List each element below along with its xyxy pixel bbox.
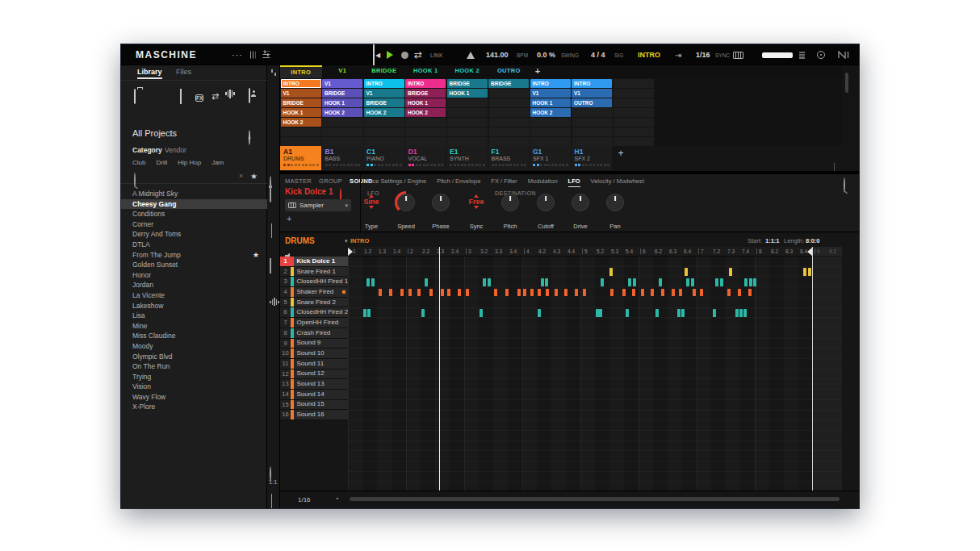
plugin-tab[interactable]: LFO: [568, 177, 580, 187]
master-level-meter[interactable]: [762, 44, 793, 65]
tab-library[interactable]: Library: [137, 68, 162, 79]
plugin-strip-button[interactable]: [270, 188, 271, 202]
sound-row[interactable]: 12Sound 12: [280, 369, 348, 380]
section-tab-intro[interactable]: INTRO: [280, 65, 322, 78]
metronome-button[interactable]: [467, 44, 475, 65]
keyboard-view-button[interactable]: [270, 259, 271, 273]
add-plugin-button[interactable]: +: [287, 214, 291, 223]
note-event[interactable]: [609, 268, 613, 276]
note-event[interactable]: [523, 289, 526, 297]
param-sync[interactable]: FreeSync: [459, 191, 494, 230]
filter-projects-button[interactable]: [134, 90, 136, 104]
pattern-clip[interactable]: HOOK 1: [530, 98, 571, 107]
pattern-clip[interactable]: INTRO: [364, 79, 404, 88]
tab-files[interactable]: Files: [176, 68, 191, 76]
note-event[interactable]: [744, 278, 748, 286]
project-row[interactable]: Vision: [121, 382, 267, 392]
project-row[interactable]: Trying: [121, 372, 267, 382]
param-drive[interactable]: Drive: [563, 191, 598, 230]
keyboard-mode-button[interactable]: [733, 44, 743, 65]
group-header-b1[interactable]: B1BASS: [322, 146, 363, 170]
note-event[interactable]: [681, 309, 685, 317]
note-event[interactable]: [494, 289, 497, 297]
param-knob[interactable]: [432, 194, 450, 211]
sound-row[interactable]: 3ClosedHH Fired 1: [280, 277, 348, 287]
note-event[interactable]: [679, 289, 682, 297]
note-event[interactable]: [641, 289, 644, 297]
tag-filter[interactable]: Jam: [211, 159, 224, 166]
section-tab-bridge[interactable]: BRIDGE: [363, 65, 405, 78]
note-event[interactable]: [672, 289, 675, 297]
note-event[interactable]: [575, 289, 578, 297]
note-event[interactable]: [483, 278, 486, 286]
tab-group[interactable]: GROUP: [319, 177, 342, 185]
note-event[interactable]: [713, 309, 716, 317]
param-speed[interactable]: Speed: [388, 191, 424, 230]
project-row[interactable]: Lisa: [121, 311, 267, 321]
tab-master[interactable]: MASTER: [285, 177, 312, 185]
sample-editor-button[interactable]: [270, 298, 279, 306]
pattern-clip[interactable]: BRIDGE: [447, 79, 488, 88]
arranger-scrollbar[interactable]: [845, 73, 848, 93]
length-value[interactable]: 8:0:0: [806, 237, 820, 244]
pattern-clip[interactable]: V1: [530, 89, 571, 98]
favorite-star-icon[interactable]: ★: [253, 250, 259, 261]
current-section-display[interactable]: INTRO: [638, 44, 660, 65]
note-event[interactable]: [693, 289, 696, 297]
record-button[interactable]: [401, 44, 408, 65]
pattern-clip[interactable]: HOOK 1: [405, 98, 446, 107]
sound-row[interactable]: 16Sound 16: [280, 410, 348, 420]
group-chevron-icon[interactable]: ▾: [345, 238, 348, 244]
link-toggle[interactable]: LINK: [430, 44, 443, 65]
note-event[interactable]: [661, 289, 664, 297]
note-event[interactable]: [599, 309, 602, 317]
step-grid-value[interactable]: 1/16: [696, 44, 710, 65]
note-event[interactable]: [400, 289, 404, 297]
browser-panel-toggle[interactable]: [249, 44, 256, 65]
project-row[interactable]: Moody: [121, 341, 267, 352]
plugin-tab[interactable]: Modulation: [528, 177, 558, 187]
project-row[interactable]: X-Plore: [121, 402, 267, 412]
play-button[interactable]: [387, 44, 393, 65]
note-event[interactable]: [655, 309, 659, 317]
note-event[interactable]: [753, 278, 756, 286]
pattern-clip[interactable]: INTRO: [530, 79, 571, 88]
horizontal-scrollbar[interactable]: [350, 497, 840, 501]
pattern-clip[interactable]: INTRO: [405, 79, 446, 88]
note-event[interactable]: [803, 268, 806, 276]
filter-loops-button[interactable]: ⇄: [211, 88, 219, 102]
note-event[interactable]: [651, 289, 654, 297]
search-clear-icon[interactable]: ×: [239, 172, 243, 180]
count-in-icon[interactable]: ⇥: [675, 44, 681, 65]
note-event[interactable]: [622, 289, 626, 297]
sound-row[interactable]: 7OpenHH Fired: [280, 318, 348, 328]
group-header-g1[interactable]: G1SFX 1: [530, 146, 571, 170]
editor-collapse-button[interactable]: [271, 494, 272, 508]
group-header-f1[interactable]: F1BRASS: [488, 146, 530, 170]
pattern-clip[interactable]: HOOK 2: [405, 108, 446, 117]
time-signature-value[interactable]: 4 / 4: [591, 44, 605, 65]
plugin-tab[interactable]: Voice Settings / Engine: [364, 177, 426, 187]
param-down-arrow[interactable]: [369, 206, 374, 209]
playhead[interactable]: [439, 247, 440, 490]
param-pan[interactable]: Pan: [597, 191, 633, 230]
note-event[interactable]: [583, 289, 586, 297]
project-row[interactable]: Mine: [121, 321, 267, 332]
note-event[interactable]: [743, 309, 747, 317]
note-event[interactable]: [686, 278, 689, 286]
group-header-e1[interactable]: E1SYNTH: [446, 146, 488, 170]
zoom-ratio-display[interactable]: 1:1: [269, 478, 277, 486]
param-phase[interactable]: Phase: [423, 191, 459, 230]
note-event[interactable]: [729, 268, 732, 276]
note-event[interactable]: [677, 309, 681, 317]
note-event[interactable]: [363, 309, 366, 317]
note-event[interactable]: [366, 278, 370, 286]
note-event[interactable]: [379, 289, 382, 297]
note-grid[interactable]: 11.21.31.422.22.32.433.23.33.444.24.34.4…: [348, 247, 842, 490]
loop-button[interactable]: ⇄: [414, 44, 422, 65]
project-row[interactable]: Honor: [121, 270, 267, 281]
add-group-button[interactable]: +: [613, 146, 629, 170]
pattern-clip[interactable]: BRIDGE: [405, 89, 446, 98]
pattern-clip[interactable]: BRIDGE: [281, 98, 321, 107]
plugin-tab[interactable]: Velocity / Modwheel: [591, 177, 644, 187]
